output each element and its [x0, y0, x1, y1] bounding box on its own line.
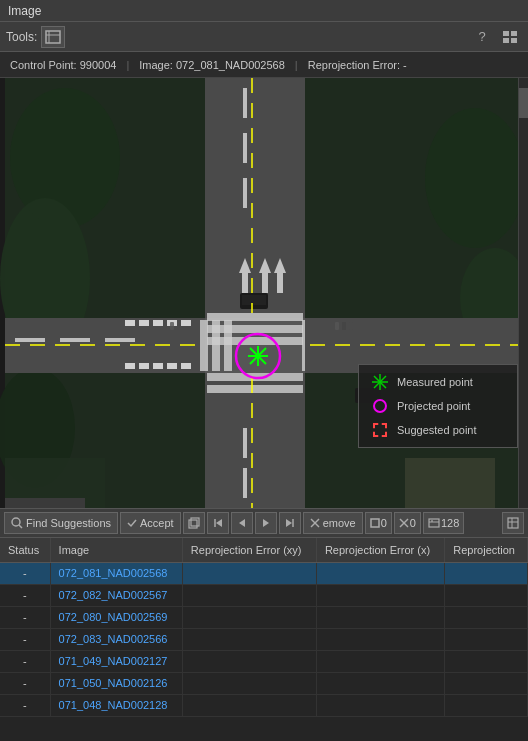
cell-status: - — [0, 562, 50, 584]
menu-button[interactable] — [498, 26, 522, 48]
cell-reprojection — [445, 584, 528, 606]
tool-draw-button[interactable] — [41, 26, 65, 48]
nav-last-button[interactable] — [279, 512, 301, 534]
sep2: | — [295, 59, 298, 71]
svg-rect-63 — [170, 322, 174, 330]
main-layout: Image Tools: ? Control Point: 99000 — [0, 0, 528, 741]
svg-rect-32 — [207, 325, 303, 333]
count1-value: 0 — [381, 517, 387, 529]
svg-rect-3 — [503, 31, 509, 36]
svg-rect-62 — [349, 322, 353, 330]
suggested-point-icon — [371, 421, 389, 439]
cell-status: - — [0, 584, 50, 606]
cell-status: - — [0, 606, 50, 628]
help-button[interactable]: ? — [470, 26, 494, 48]
svg-rect-15 — [15, 338, 45, 342]
svg-line-74 — [19, 525, 22, 528]
map-area[interactable]: Measured point Projected point Suggested… — [0, 78, 528, 508]
find-suggestions-button[interactable]: Find Suggestions — [4, 512, 118, 534]
reprojection-value: - — [403, 59, 407, 71]
svg-rect-75 — [189, 520, 197, 528]
table-row[interactable]: -071_049_NAD002127 — [0, 650, 528, 672]
suggested-point-label: Suggested point — [397, 424, 477, 436]
cell-image: 071_049_NAD002127 — [50, 650, 182, 672]
cell-error-x — [316, 650, 444, 672]
reprojection-label: Reprojection Error: — [308, 59, 403, 71]
col-reprojection: Reprojection — [445, 538, 528, 562]
legend: Measured point Projected point Suggested… — [358, 364, 518, 448]
remove-label: emove — [323, 517, 356, 529]
svg-rect-88 — [429, 519, 439, 527]
cell-status: - — [0, 650, 50, 672]
remove-icon — [310, 518, 320, 528]
table-row[interactable]: -072_081_NAD002568 — [0, 562, 528, 584]
svg-rect-60 — [335, 322, 339, 330]
copy-button[interactable] — [183, 512, 205, 534]
cell-error-x — [316, 694, 444, 716]
cell-error-xy — [182, 694, 316, 716]
table-options-button[interactable] — [502, 512, 524, 534]
remove-button[interactable]: emove — [303, 512, 363, 534]
table-row[interactable]: -072_082_NAD002567 — [0, 584, 528, 606]
col-image: Image — [50, 538, 182, 562]
svg-rect-45 — [181, 363, 191, 369]
cell-error-xy — [182, 606, 316, 628]
cell-error-xy — [182, 584, 316, 606]
svg-rect-0 — [46, 31, 60, 43]
count1-display: 0 — [365, 512, 392, 534]
svg-rect-6 — [511, 38, 517, 43]
svg-rect-43 — [153, 363, 163, 369]
nav-last-icon — [285, 518, 295, 528]
svg-rect-33 — [207, 337, 303, 345]
svg-rect-22 — [243, 428, 247, 458]
table-row[interactable]: -072_080_NAD002569 — [0, 606, 528, 628]
toolbar: Tools: ? — [0, 22, 528, 52]
count2-value: 0 — [410, 517, 416, 529]
cell-reprojection — [445, 650, 528, 672]
svg-rect-85 — [371, 519, 379, 527]
svg-rect-90 — [431, 520, 433, 522]
cell-image: 072_082_NAD002567 — [50, 584, 182, 606]
cell-error-x — [316, 672, 444, 694]
svg-rect-61 — [342, 322, 346, 330]
measured-point-label: Measured point — [397, 376, 473, 388]
nav-prev-button[interactable] — [231, 512, 253, 534]
map-scrollbar[interactable] — [518, 78, 528, 508]
table-row[interactable]: -072_083_NAD002566 — [0, 628, 528, 650]
cell-error-x — [316, 562, 444, 584]
table-container[interactable]: Status Image Reprojection Error (xy) Rep… — [0, 538, 528, 741]
svg-marker-80 — [263, 519, 269, 527]
svg-rect-44 — [167, 363, 177, 369]
cell-error-xy — [182, 562, 316, 584]
svg-rect-19 — [243, 88, 247, 118]
window-title: Image — [8, 4, 41, 18]
measured-point-icon — [371, 373, 389, 391]
cell-reprojection — [445, 628, 528, 650]
cell-status: - — [0, 694, 50, 716]
accept-button[interactable]: Accept — [120, 512, 181, 534]
cell-image: 072_083_NAD002566 — [50, 628, 182, 650]
cell-image: 072_080_NAD002569 — [50, 606, 182, 628]
svg-rect-37 — [139, 320, 149, 326]
legend-measured: Measured point — [371, 373, 505, 391]
cell-error-xy — [182, 672, 316, 694]
nav-first-button[interactable] — [207, 512, 229, 534]
nav-next-button[interactable] — [255, 512, 277, 534]
table-row[interactable]: -071_048_NAD002128 — [0, 694, 528, 716]
info-bar: Control Point: 990004 | Image: 072_081_N… — [0, 52, 528, 78]
table-options-icon — [507, 517, 519, 529]
svg-rect-41 — [125, 363, 135, 369]
tools-label: Tools: — [6, 30, 37, 44]
count3-value: 128 — [441, 517, 459, 529]
svg-rect-17 — [105, 338, 135, 342]
cell-image: 071_050_NAD002126 — [50, 672, 182, 694]
cell-error-x — [316, 584, 444, 606]
projected-point-icon — [371, 397, 389, 415]
find-suggestions-icon — [11, 517, 23, 529]
svg-rect-16 — [60, 338, 90, 342]
table-row[interactable]: -071_050_NAD002126 — [0, 672, 528, 694]
scrollbar-thumb[interactable] — [519, 88, 528, 118]
svg-rect-42 — [139, 363, 149, 369]
cell-error-x — [316, 606, 444, 628]
help-icon: ? — [478, 29, 485, 44]
